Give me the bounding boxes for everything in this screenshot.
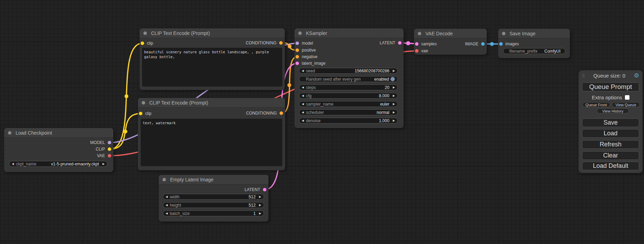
input-slot-model[interactable]: model	[294, 40, 313, 46]
node-load-checkpoint[interactable]: Load Checkpoint MODEL CLIP VAE ◀ ckpt_na…	[4, 128, 113, 172]
widget-value[interactable]: euler	[334, 102, 389, 107]
prompt-textarea[interactable]: beautiful scenery nature glass bottle la…	[142, 48, 282, 87]
decrement-arrow-icon[interactable]: ◀	[302, 70, 304, 72]
collapse-dot-icon[interactable]	[142, 101, 145, 105]
model-output-dot[interactable]	[108, 141, 111, 144]
collapse-dot-icon[interactable]	[8, 131, 11, 135]
extra-options-checkbox[interactable]	[625, 95, 629, 100]
node-graph-canvas[interactable]: Load Checkpoint MODEL CLIP VAE ◀ ckpt_na…	[0, 0, 644, 244]
input-slot-positive[interactable]: positive	[294, 47, 316, 53]
width-widget[interactable]: ◀ width 512 ▶	[163, 194, 264, 200]
output-slot-conditioning[interactable]: CONDITIONING	[246, 40, 285, 46]
output-slot-vae[interactable]: VAE	[97, 153, 113, 159]
decrement-arrow-icon[interactable]: ◀	[166, 204, 168, 207]
input-slot-clip[interactable]: clip	[138, 110, 151, 117]
decrement-arrow-icon[interactable]: ◀	[302, 103, 304, 106]
increment-arrow-icon[interactable]: ▶	[103, 163, 105, 165]
widget-value[interactable]: v1-5-pruned-emaonly.ckpt	[36, 162, 99, 166]
collapse-dot-icon[interactable]	[298, 31, 302, 35]
save-button[interactable]: Save	[582, 118, 639, 127]
latent-output-dot[interactable]	[398, 41, 402, 45]
latent-input-dot[interactable]	[295, 62, 299, 65]
node-title-bar[interactable]: CLIP Text Encode (Prompt)	[140, 28, 285, 38]
widget-value[interactable]: 8.000	[311, 93, 389, 98]
steps-widget[interactable]: ◀ steps 20 ▶	[299, 84, 398, 90]
increment-arrow-icon[interactable]: ▶	[259, 212, 261, 215]
seed-widget[interactable]: ◀ seed 156680208700286 ▶	[299, 68, 398, 74]
load-button[interactable]: Load	[582, 129, 639, 138]
output-slot-image[interactable]: IMAGE	[465, 41, 487, 47]
node-title-bar[interactable]: Load Checkpoint	[4, 128, 113, 138]
node-title-bar[interactable]: KSampler	[294, 28, 404, 38]
node-empty-latent-image[interactable]: Empty Latent Image LATENT ◀ width 512 ▶ …	[159, 175, 268, 222]
increment-arrow-icon[interactable]: ▶	[393, 119, 395, 122]
sampler-name-widget[interactable]: ◀ sampler_name euler ▶	[299, 101, 398, 107]
batch-size-widget[interactable]: ◀ batch_size 1 ▶	[163, 210, 264, 216]
collapse-dot-icon[interactable]	[162, 178, 166, 181]
increment-arrow-icon[interactable]: ▶	[393, 111, 395, 114]
load-default-button[interactable]: Load Default	[582, 162, 639, 170]
input-slot-images[interactable]: images	[498, 41, 519, 47]
negative-input-dot[interactable]	[295, 55, 299, 58]
conditioning-output-dot[interactable]	[280, 111, 283, 115]
denoise-widget[interactable]: ◀ denoise 1.000 ▶	[299, 118, 398, 124]
drag-handle-icon[interactable]: ⣿	[582, 73, 585, 78]
node-save-image[interactable]: Save Image images filename_prefix ComfyU…	[498, 29, 570, 58]
vae-output-dot[interactable]	[108, 154, 111, 157]
increment-arrow-icon[interactable]: ▶	[393, 103, 395, 106]
node-title-bar[interactable]: VAE Decode	[414, 29, 487, 38]
view-queue-button[interactable]: View Queue	[612, 102, 640, 107]
clip-input-dot[interactable]	[141, 42, 144, 45]
widget-value[interactable]: 512	[179, 195, 256, 199]
decrement-arrow-icon[interactable]: ◀	[302, 119, 304, 122]
widget-value[interactable]: 1	[190, 211, 256, 216]
increment-arrow-icon[interactable]: ▶	[393, 94, 395, 97]
widget-value[interactable]: ComfyUI	[537, 49, 561, 54]
decrement-arrow-icon[interactable]: ◀	[302, 86, 304, 89]
clip-input-dot[interactable]	[139, 112, 142, 115]
conditioning-output-dot[interactable]	[279, 41, 283, 45]
output-slot-latent[interactable]: LATENT	[380, 40, 404, 46]
view-history-button[interactable]: View History	[597, 108, 629, 114]
image-output-dot[interactable]	[481, 42, 485, 46]
decrement-arrow-icon[interactable]: ◀	[302, 111, 304, 114]
filename-prefix-widget[interactable]: filename_prefix ComfyUI	[503, 48, 565, 54]
collapse-dot-icon[interactable]	[143, 31, 147, 35]
input-slot-samples[interactable]: samples	[414, 41, 437, 47]
output-slot-clip[interactable]: CLIP	[96, 146, 113, 152]
widget-value[interactable]: 1.000	[320, 118, 389, 123]
increment-arrow-icon[interactable]: ▶	[393, 70, 395, 72]
decrement-arrow-icon[interactable]: ◀	[166, 212, 168, 215]
clip-output-dot[interactable]	[108, 147, 111, 151]
input-slot-negative[interactable]: negative	[294, 54, 317, 60]
node-clip-text-encode-positive[interactable]: CLIP Text Encode (Prompt) clip CONDITION…	[140, 28, 285, 90]
node-vae-decode[interactable]: VAE Decode samples vae IMAGE	[414, 29, 487, 55]
refresh-button[interactable]: Refresh	[582, 140, 639, 149]
ckpt-name-widget[interactable]: ◀ ckpt_name v1-5-pruned-emaonly.ckpt ▶	[9, 161, 107, 167]
increment-arrow-icon[interactable]: ▶	[393, 86, 395, 89]
collapse-dot-icon[interactable]	[418, 32, 421, 35]
node-ksampler[interactable]: KSampler model positive negative latent_…	[294, 28, 404, 128]
samples-input-dot[interactable]	[415, 42, 418, 46]
latent-output-dot[interactable]	[263, 188, 266, 191]
widget-value[interactable]: 20	[316, 85, 389, 90]
node-title-bar[interactable]: Save Image	[498, 29, 570, 38]
clear-button[interactable]: Clear	[582, 151, 639, 160]
input-slot-clip[interactable]: clip	[140, 40, 153, 46]
random-seed-toggle-widget[interactable]: Random seed after every gen enabled	[299, 76, 398, 82]
decrement-arrow-icon[interactable]: ◀	[302, 94, 304, 97]
input-slot-vae[interactable]: vae	[414, 48, 428, 54]
model-input-dot[interactable]	[295, 42, 299, 45]
widget-value[interactable]: normal	[324, 110, 389, 115]
scheduler-widget[interactable]: ◀ scheduler normal ▶	[299, 109, 398, 115]
collapse-dot-icon[interactable]	[502, 32, 505, 35]
increment-arrow-icon[interactable]: ▶	[259, 196, 261, 198]
widget-value[interactable]: 512	[181, 203, 256, 208]
node-title-bar[interactable]: Empty Latent Image	[159, 175, 268, 184]
widget-value[interactable]: 156680208700286	[315, 69, 389, 73]
height-widget[interactable]: ◀ height 512 ▶	[163, 202, 264, 208]
input-slot-latent-image[interactable]: latent_image	[294, 60, 326, 66]
node-clip-text-encode-negative[interactable]: CLIP Text Encode (Prompt) clip CONDITION…	[138, 98, 285, 170]
queue-prompt-button[interactable]: Queue Prompt	[582, 82, 639, 91]
queue-front-button[interactable]: Queue Front	[582, 102, 610, 107]
